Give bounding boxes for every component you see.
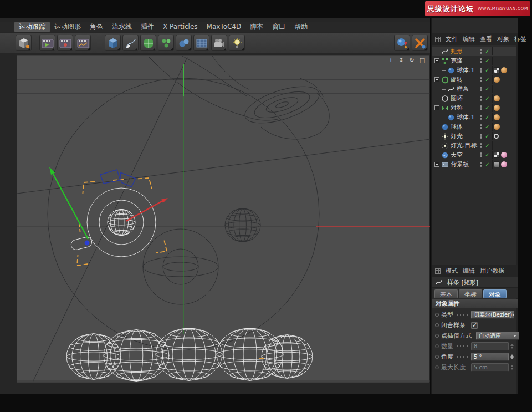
- texture-tag[interactable]: [494, 161, 500, 167]
- om-menu-object[interactable]: 对象: [497, 35, 509, 43]
- collapse-expander-icon[interactable]: [434, 58, 439, 63]
- visibility-dots[interactable]: [478, 67, 484, 73]
- visibility-dots[interactable]: [478, 58, 484, 64]
- om-menu-edit[interactable]: 编辑: [463, 35, 475, 43]
- xparticles-icon[interactable]: [412, 35, 428, 51]
- enable-check-icon[interactable]: [484, 76, 491, 83]
- menu-window[interactable]: 窗口: [268, 22, 290, 32]
- tab-object[interactable]: 对象: [483, 289, 507, 298]
- material-tag[interactable]: [501, 67, 507, 73]
- stepper-arrows[interactable]: [509, 342, 514, 350]
- anim-dot-icon[interactable]: [435, 344, 439, 348]
- enable-check-icon[interactable]: [484, 123, 491, 130]
- am-menu-edit[interactable]: 编辑: [463, 267, 475, 275]
- anim-dot-icon[interactable]: [435, 323, 439, 327]
- texture-tag[interactable]: [494, 67, 500, 73]
- menu-script[interactable]: 脚本: [245, 22, 268, 32]
- enable-check-icon[interactable]: [484, 48, 491, 55]
- enable-check-icon[interactable]: [484, 161, 491, 168]
- pan-icon[interactable]: [387, 57, 395, 64]
- anim-dot-icon[interactable]: [435, 334, 439, 338]
- object-row-background[interactable]: 背景板: [432, 160, 518, 169]
- viewport-canvas[interactable]: [17, 56, 430, 383]
- enable-check-icon[interactable]: [484, 114, 491, 121]
- object-row-cloner[interactable]: 克隆: [432, 56, 518, 65]
- material-tag[interactable]: [494, 95, 500, 101]
- spline-pen-icon[interactable]: [122, 35, 139, 51]
- menu-mograph[interactable]: 运动图形: [50, 22, 85, 32]
- material-tag[interactable]: [501, 152, 507, 158]
- stepper-arrows[interactable]: [509, 363, 514, 372]
- menu-xparticles[interactable]: X-Particles: [158, 22, 202, 31]
- toggle-view-icon[interactable]: [418, 57, 426, 64]
- forum-banner[interactable]: 思缘设计论坛 WWW.MISSYUAN.COM: [425, 1, 530, 16]
- tracker-solve-icon[interactable]: [394, 35, 410, 51]
- target-tag[interactable]: [494, 134, 499, 139]
- subdivision-surface-icon[interactable]: [140, 35, 156, 51]
- menu-maxtoc4d[interactable]: MaxToC4D: [202, 22, 246, 31]
- menu-help[interactable]: 帮助: [290, 22, 312, 32]
- object-row-sphere[interactable]: 球体: [432, 122, 518, 131]
- visibility-dots[interactable]: [478, 48, 484, 54]
- number-field[interactable]: 8: [471, 342, 509, 350]
- axis-cube-icon[interactable]: [16, 35, 32, 51]
- viewport[interactable]: [17, 55, 429, 383]
- anim-dot-icon[interactable]: [435, 355, 439, 359]
- anim-dot-icon[interactable]: [435, 313, 439, 317]
- object-row-light[interactable]: 灯光: [432, 131, 518, 141]
- object-row-spline[interactable]: 样条: [432, 84, 518, 94]
- footage-clip-icon[interactable]: [39, 35, 55, 51]
- enable-check-icon[interactable]: [484, 104, 491, 111]
- tab-coordinates[interactable]: 坐标: [459, 289, 482, 298]
- close-spline-checkbox[interactable]: [471, 322, 478, 329]
- mograph-cloner-icon[interactable]: [158, 35, 174, 51]
- panel-grid-icon[interactable]: [435, 37, 441, 42]
- object-row-sky[interactable]: 天空: [432, 150, 518, 160]
- material-tag[interactable]: [494, 77, 500, 83]
- visibility-dots[interactable]: [478, 95, 484, 101]
- visibility-dots[interactable]: [478, 86, 484, 92]
- expand-expander-icon[interactable]: [434, 162, 439, 167]
- visibility-dots[interactable]: [478, 152, 484, 158]
- object-row-circle[interactable]: 圆环: [432, 94, 518, 103]
- tab-basic[interactable]: 基本: [434, 289, 458, 298]
- object-row-sphere1[interactable]: 球体.1: [432, 65, 518, 75]
- menu-plugins[interactable]: 插件: [136, 22, 158, 32]
- dolly-icon[interactable]: [397, 57, 405, 64]
- am-menu-userdata[interactable]: 用户数据: [480, 267, 504, 275]
- track-graph-icon[interactable]: [75, 35, 91, 51]
- om-menu-view[interactable]: 查看: [480, 35, 492, 43]
- visibility-dots[interactable]: [478, 124, 484, 130]
- anim-dot-icon[interactable]: [435, 365, 439, 369]
- object-row-symmetry[interactable]: 对称: [432, 103, 518, 113]
- metaball-icon[interactable]: [176, 35, 192, 51]
- enable-check-icon[interactable]: [484, 142, 491, 149]
- floor-grid-icon[interactable]: [193, 35, 209, 51]
- material-tag[interactable]: [494, 124, 500, 130]
- am-menu-mode[interactable]: 模式: [446, 267, 458, 275]
- material-tag[interactable]: [494, 114, 500, 120]
- light-icon[interactable]: [229, 35, 245, 51]
- primitive-cube-icon[interactable]: [105, 35, 121, 51]
- texture-tag[interactable]: [494, 152, 500, 158]
- enable-check-icon[interactable]: [484, 85, 491, 93]
- material-tag[interactable]: [494, 105, 500, 111]
- collapse-expander-icon[interactable]: [434, 77, 439, 82]
- max-length-field[interactable]: 5 cm: [471, 363, 509, 372]
- menu-pipeline[interactable]: 流水线: [108, 22, 136, 32]
- collapse-expander-icon[interactable]: [434, 105, 439, 110]
- enable-check-icon[interactable]: [484, 57, 491, 64]
- transform-gizmo[interactable]: [49, 167, 168, 246]
- camera-icon[interactable]: [211, 35, 227, 51]
- menu-character[interactable]: 角色: [85, 22, 108, 32]
- visibility-dots[interactable]: [478, 133, 484, 139]
- object-row-lathe[interactable]: 旋转: [432, 75, 518, 84]
- enable-check-icon[interactable]: [484, 67, 491, 74]
- enable-check-icon[interactable]: [484, 95, 491, 102]
- menu-motion-tracking[interactable]: 运动跟踪: [14, 22, 50, 32]
- material-tag[interactable]: [501, 161, 507, 167]
- object-row-sphere1b[interactable]: 球体.1: [432, 113, 518, 122]
- rotate-icon[interactable]: [408, 57, 416, 64]
- stepper-arrows[interactable]: [509, 353, 514, 361]
- panel-grid-icon[interactable]: [435, 268, 441, 274]
